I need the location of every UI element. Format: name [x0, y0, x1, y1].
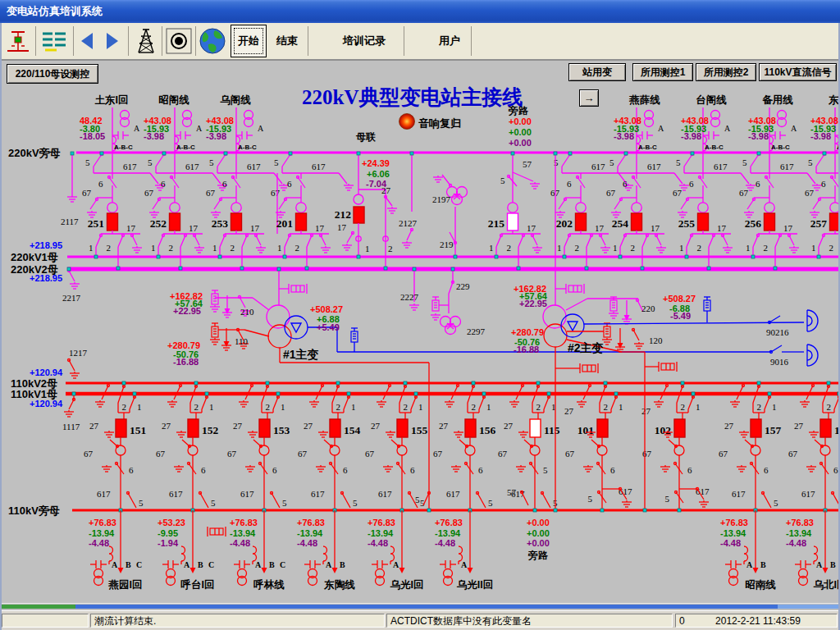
aux-measure1-button[interactable]: 所用测控1 — [632, 63, 693, 81]
dc-signal-button[interactable]: 110kV直流信号 — [759, 63, 837, 81]
junction-dot — [554, 509, 557, 512]
breaker-153[interactable] — [259, 419, 270, 437]
breaker-155[interactable] — [397, 419, 408, 437]
diagram-label: 67 — [206, 188, 216, 198]
breaker-256[interactable] — [765, 213, 775, 231]
diagram-label: 旁路 — [508, 105, 529, 116]
breaker-102[interactable] — [674, 419, 685, 437]
junction-dot — [472, 381, 475, 385]
phase-label: C — [208, 560, 214, 569]
diagram-label: 17 — [250, 223, 260, 233]
diagram-label: 67 — [788, 449, 798, 459]
diagram-label: 2 — [122, 402, 127, 412]
record-button[interactable] — [164, 25, 194, 57]
bay-name: 呼林线 — [253, 578, 285, 591]
breaker-number: 202 — [556, 217, 573, 230]
training-records-button[interactable]: 培训记录 — [326, 25, 402, 57]
breaker-215[interactable] — [508, 213, 518, 231]
junction-dot — [122, 381, 126, 385]
diagram-label: 5 — [415, 495, 420, 504]
junction-dot — [533, 509, 536, 512]
breaker-158[interactable] — [820, 419, 831, 437]
diagram-label: 67 — [805, 188, 815, 198]
diagram-label: 27 — [304, 421, 313, 431]
breaker-151[interactable] — [116, 419, 126, 437]
aux-measure2-button[interactable]: 所用测控2 — [696, 63, 756, 81]
diagram-label: 9016 — [770, 357, 789, 367]
breaker-202[interactable] — [576, 213, 587, 231]
toolbar-separator — [471, 26, 472, 56]
diagram-label: 5 — [774, 498, 778, 508]
breaker-number: 253 — [212, 217, 229, 230]
breaker-number: 115 — [544, 424, 560, 436]
junction-dot — [67, 267, 71, 271]
breaker-201[interactable] — [296, 213, 307, 231]
diagram-label: 2 — [536, 402, 541, 412]
breaker-152[interactable] — [188, 419, 199, 437]
breaker-154[interactable] — [330, 419, 340, 437]
station-transformer-button[interactable]: 站用变 — [568, 63, 626, 81]
report-list-button[interactable] — [37, 25, 71, 57]
forward-button[interactable] — [100, 25, 125, 57]
diagram-label: 1 — [811, 243, 816, 253]
diagram-label: 617 — [732, 489, 746, 499]
breaker-251[interactable] — [107, 213, 118, 231]
diagram-label: 17 — [527, 223, 536, 233]
back-button[interactable] — [75, 25, 99, 57]
measurement-value: -4.48 — [368, 538, 388, 548]
breaker-254[interactable] — [632, 213, 642, 231]
diagram-label: 5 — [676, 158, 681, 167]
diagram-label: 1 — [281, 402, 285, 412]
diagram-label: 2 — [295, 243, 300, 253]
toolbar-separator — [308, 26, 308, 56]
breaker-255[interactable] — [698, 213, 709, 231]
diagram-label: 2 — [472, 402, 477, 412]
sound-reset-ball[interactable] — [399, 114, 415, 130]
diagram-label: #1主变 — [283, 348, 319, 361]
phase-label: A — [255, 560, 262, 569]
diagram-label: 2 — [404, 402, 409, 412]
user-button[interactable]: 用户 — [430, 25, 469, 57]
toolbar-separator — [404, 26, 404, 56]
diagram-label: A-B-C — [238, 144, 257, 151]
bus-measure-button[interactable]: 220/110母设测控 — [7, 64, 98, 84]
substation-oneline-svg[interactable]: 土东I回48.42-3.80-18.05AA-B-C56176672511712… — [0, 59, 840, 604]
phase-label: C — [136, 560, 142, 569]
junction-dot — [404, 381, 407, 385]
diagram-label: 2 — [827, 402, 832, 412]
breaker-156[interactable] — [465, 419, 476, 437]
diagram-label: 1 — [209, 402, 214, 412]
junction-dot — [517, 267, 520, 270]
toolbar-separator — [35, 26, 36, 56]
diagram-label: 5 — [209, 158, 214, 167]
breaker-212[interactable] — [354, 207, 364, 223]
measurement-value: -18.05 — [80, 131, 105, 141]
measurement-value: -13.94 — [786, 528, 812, 538]
measurement-value: -3.98 — [614, 131, 634, 141]
breaker-number: 257 — [810, 217, 828, 230]
diagram-label: A — [196, 124, 203, 133]
diagram-label: 27 — [439, 421, 449, 431]
diagram-label: 67 — [365, 449, 375, 459]
start-button[interactable]: 开始 — [231, 25, 267, 57]
diagram-label: +6.06 — [367, 169, 390, 179]
diagram-label: 617 — [312, 162, 326, 171]
junction-dot — [751, 255, 755, 258]
breaker-252[interactable] — [170, 213, 180, 231]
phase-label: C — [280, 560, 285, 569]
junction-dot — [691, 152, 694, 155]
globe-button[interactable] — [197, 25, 228, 57]
measurement-value: -3.98 — [748, 131, 769, 141]
tower-button[interactable] — [131, 25, 161, 57]
diagram-label: 2 — [266, 402, 271, 412]
breaker-101[interactable] — [597, 419, 608, 437]
breaker-253[interactable] — [231, 213, 242, 231]
oneline-diagram-button[interactable] — [2, 25, 34, 57]
breaker-115[interactable] — [530, 419, 541, 437]
nav-arrow-button[interactable]: → — [579, 89, 599, 107]
end-button[interactable]: 结束 — [268, 25, 306, 57]
diagram-label: 617 — [591, 162, 605, 171]
app-window: 变电站仿真培训系统 — [0, 0, 840, 630]
breaker-157[interactable] — [751, 419, 761, 437]
diagram-label: +280.79 — [511, 327, 544, 337]
